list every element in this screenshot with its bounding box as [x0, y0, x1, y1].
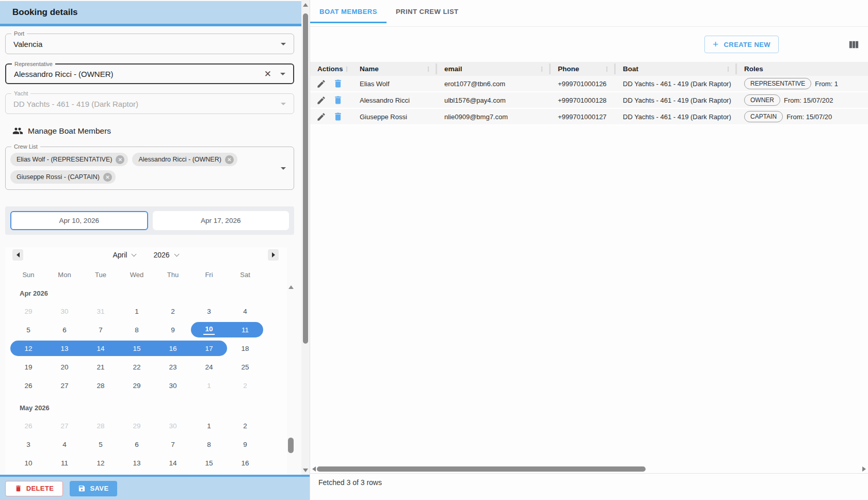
column-menu-icon[interactable]	[343, 66, 350, 73]
calendar-day[interactable]: 13	[46, 341, 83, 356]
representative-select[interactable]: Representative Alessandro Ricci - (OWNER…	[5, 63, 294, 84]
calendar-day[interactable]: 13	[119, 455, 155, 471]
calendar-day[interactable]: 6	[119, 437, 155, 452]
chip-remove-icon[interactable]: ✕	[103, 173, 112, 182]
trash-icon[interactable]	[333, 78, 343, 89]
calendar-day[interactable]: 14	[83, 341, 119, 356]
table-row[interactable]: Elias Wolferot1077@tbn6.com+999701000126…	[310, 76, 868, 92]
table-row[interactable]: Alessandro Ricciulbl1576@pay4.com+999701…	[310, 92, 868, 109]
calendar-day[interactable]: 5	[83, 437, 119, 452]
calendar-day[interactable]: 28	[83, 378, 119, 393]
save-button[interactable]: SAVE	[70, 481, 117, 496]
pencil-icon[interactable]	[316, 79, 326, 89]
port-select[interactable]: Port Valencia	[5, 34, 294, 54]
calendar-day[interactable]: 29	[119, 378, 155, 393]
calendar-scrollbar[interactable]	[288, 285, 294, 475]
calendar-day[interactable]: 22	[119, 359, 155, 375]
calendar-day[interactable]: 2	[155, 303, 191, 319]
trash-icon[interactable]	[333, 95, 343, 105]
calendar-day[interactable]: 24	[191, 359, 227, 375]
end-date-input[interactable]: Apr 17, 2026	[153, 211, 290, 230]
calendar-day[interactable]: 15	[191, 455, 227, 471]
scroll-right-icon[interactable]	[862, 466, 866, 472]
calendar-day[interactable]: 20	[119, 474, 155, 475]
calendar-day[interactable]: 10	[191, 322, 227, 337]
calendar-day[interactable]: 1	[119, 303, 155, 319]
calendar-day[interactable]: 8	[191, 437, 227, 452]
delete-button[interactable]: DELETE	[5, 481, 63, 496]
calendar-day[interactable]: 11	[227, 322, 263, 337]
calendar-day[interactable]: 17	[10, 474, 46, 475]
calendar-day[interactable]: 11	[46, 455, 83, 471]
column-menu-icon[interactable]	[425, 66, 432, 73]
calendar-day[interactable]: 14	[155, 455, 191, 471]
calendar-day[interactable]: 15	[119, 341, 155, 356]
start-date-input[interactable]: Apr 10, 2026	[10, 211, 148, 230]
calendar-day[interactable]: 2	[227, 418, 263, 433]
year-dropdown[interactable]: 2026	[153, 251, 178, 259]
column-header-email[interactable]: email	[437, 62, 551, 76]
column-header-roles[interactable]: Roles	[737, 62, 868, 76]
column-header-actions[interactable]: Actions	[310, 62, 352, 76]
month-dropdown[interactable]: April	[112, 251, 136, 259]
pencil-icon[interactable]	[316, 112, 326, 122]
chip-remove-icon[interactable]: ✕	[225, 155, 234, 164]
calendar-day[interactable]: 4	[227, 303, 263, 319]
calendar-scrollbar-thumb[interactable]	[288, 438, 294, 453]
column-menu-icon[interactable]	[538, 66, 545, 73]
calendar-day[interactable]: 6	[46, 322, 83, 337]
prev-month-button[interactable]	[12, 249, 23, 261]
calendar-day[interactable]: 10	[10, 455, 46, 471]
column-menu-icon[interactable]	[603, 66, 610, 73]
chip-remove-icon[interactable]: ✕	[116, 155, 124, 164]
calendar-day[interactable]: 1	[191, 418, 227, 433]
calendar-day[interactable]: 18	[227, 341, 263, 356]
calendar-day[interactable]: 23	[227, 474, 263, 475]
calendar-day[interactable]: 19	[10, 359, 46, 375]
crew-member-chip[interactable]: Giuseppe Rossi - (CAPTAIN)✕	[10, 170, 116, 184]
column-header-boat[interactable]: Boat	[616, 62, 737, 76]
crew-list-select[interactable]: Crew List Elias Wolf - (REPRESENTATIVE)✕…	[5, 147, 294, 190]
pencil-icon[interactable]	[316, 95, 326, 105]
tab-print-crew-list[interactable]: PRINT CREW LIST	[387, 0, 468, 23]
calendar-day[interactable]: 18	[46, 474, 83, 475]
calendar-day[interactable]: 25	[227, 359, 263, 375]
next-month-button[interactable]	[268, 249, 279, 261]
scroll-up-icon[interactable]	[288, 285, 294, 289]
calendar-day[interactable]: 3	[10, 437, 46, 452]
calendar-day[interactable]: 22	[191, 474, 227, 475]
table-row[interactable]: Giuseppe Rossinlie0909@bmg7.com+99970100…	[310, 109, 868, 125]
calendar-day[interactable]: 21	[155, 474, 191, 475]
column-header-name[interactable]: Name	[352, 62, 437, 76]
column-menu-icon[interactable]	[725, 66, 732, 73]
scroll-up-icon[interactable]	[303, 3, 308, 7]
calendar-day[interactable]: 21	[83, 359, 119, 375]
calendar-day[interactable]: 17	[191, 341, 227, 356]
create-new-button[interactable]: + CREATE NEW	[704, 36, 779, 53]
crew-member-chip[interactable]: Elias Wolf - (REPRESENTATIVE)✕	[10, 153, 128, 166]
calendar-day[interactable]: 20	[46, 359, 83, 375]
calendar-day[interactable]: 8	[119, 322, 155, 337]
calendar-day[interactable]: 9	[227, 437, 263, 452]
clear-icon[interactable]: ✕	[264, 70, 271, 78]
column-header-phone[interactable]: Phone	[551, 62, 616, 76]
calendar-day[interactable]: 12	[83, 455, 119, 471]
trash-icon[interactable]	[333, 111, 343, 122]
calendar-day[interactable]: 7	[83, 322, 119, 337]
columns-icon[interactable]	[848, 39, 860, 51]
horizontal-scrollbar-thumb[interactable]	[317, 466, 646, 472]
panel-scrollbar-thumb[interactable]	[303, 13, 308, 344]
tab-boat-members[interactable]: BOAT MEMBERS	[310, 0, 387, 23]
calendar-day[interactable]: 19	[83, 474, 119, 475]
calendar-day[interactable]: 9	[155, 322, 191, 337]
calendar-day[interactable]: 12	[10, 341, 46, 356]
calendar-day[interactable]: 23	[155, 359, 191, 375]
scroll-left-icon[interactable]	[312, 466, 316, 472]
calendar-day[interactable]: 4	[46, 437, 83, 452]
scroll-down-icon[interactable]	[303, 469, 308, 472]
calendar-day[interactable]: 16	[227, 455, 263, 471]
crew-member-chip[interactable]: Alessandro Ricci - (OWNER)✕	[132, 153, 237, 166]
table-horizontal-scrollbar[interactable]	[310, 465, 868, 473]
panel-scrollbar[interactable]	[301, 0, 310, 475]
calendar-day[interactable]: 7	[155, 437, 191, 452]
